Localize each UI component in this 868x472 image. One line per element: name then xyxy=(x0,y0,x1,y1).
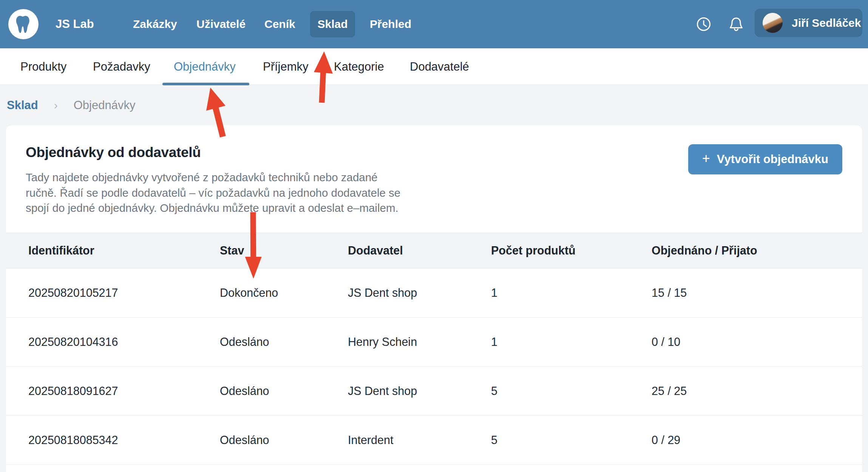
cell-supplier: Interdent xyxy=(348,433,491,447)
tab-kategorie[interactable]: Kategorie xyxy=(334,48,384,85)
tab-produkty[interactable]: Produkty xyxy=(20,48,66,85)
tab-dodavatele[interactable]: Dodavatelé xyxy=(410,48,469,85)
cell-status: Odesláno xyxy=(220,384,348,398)
table-row[interactable]: 20250818091627 Odesláno JS Dent shop 5 2… xyxy=(6,367,862,416)
cell-supplier: JS Dent shop xyxy=(348,384,491,398)
cell-product-count: 1 xyxy=(491,335,652,349)
cell-identifier: 20250820104316 xyxy=(28,335,220,349)
cell-status: Odesláno xyxy=(220,335,348,349)
column-header-objednano-prijato: Objednáno / Přijato xyxy=(652,244,862,257)
cell-ordered-received: 0 / 10 xyxy=(652,335,862,349)
cell-product-count: 1 xyxy=(491,286,652,299)
create-order-button[interactable]: + Vytvořit objednávku xyxy=(688,144,842,174)
topnav-item-prehled[interactable]: Přehled xyxy=(370,0,411,48)
app-logo[interactable] xyxy=(8,9,39,39)
cell-supplier: Henry Schein xyxy=(348,335,491,349)
topnav-item-zakazky[interactable]: Zakázky xyxy=(133,0,177,48)
topnav-item-uzivatele[interactable]: Uživatelé xyxy=(196,0,246,48)
top-navbar: JS Lab Zakázky Uživatelé Ceník Sklad Pře… xyxy=(0,0,868,48)
cell-identifier: 20250818091627 xyxy=(28,384,220,398)
breadcrumb-chevron-icon: › xyxy=(54,99,58,112)
breadcrumb-current: Objednávky xyxy=(74,99,136,112)
table-row[interactable]: 20250820105217 Dokončeno JS Dent shop 1 … xyxy=(6,268,862,318)
tab-objednavky-active[interactable]: Objednávky xyxy=(174,48,236,85)
plus-icon: + xyxy=(702,151,710,167)
user-name: Jiří Sedláček xyxy=(792,17,861,29)
clock-icon xyxy=(696,17,711,32)
table-header-row: Identifikátor Stav Dodavatel Počet produ… xyxy=(6,233,862,268)
cell-identifier: 20250818085342 xyxy=(28,433,220,447)
page-description: Tady najdete objednávky vytvořené z poža… xyxy=(26,170,842,216)
cell-ordered-received: 25 / 25 xyxy=(652,384,862,398)
tooth-icon xyxy=(12,13,34,35)
tab-pozadavky[interactable]: Požadavky xyxy=(93,48,150,85)
breadcrumb-link-sklad[interactable]: Sklad xyxy=(7,99,38,112)
avatar xyxy=(763,13,783,33)
topnav-item-sklad-active[interactable]: Sklad xyxy=(310,11,355,37)
user-menu[interactable]: Jiří Sedláček xyxy=(755,9,862,37)
column-header-identifikator: Identifikátor xyxy=(28,244,220,257)
brand-name[interactable]: JS Lab xyxy=(56,0,94,48)
breadcrumb: Sklad › Objednávky xyxy=(0,85,868,125)
cell-ordered-received: 15 / 15 xyxy=(652,286,862,299)
description-line: spojí do jedné objednávky. Objednávku mů… xyxy=(26,201,842,216)
cell-identifier: 20250820105217 xyxy=(28,286,220,299)
orders-card: Objednávky od dodavatelů Tady najdete ob… xyxy=(6,125,862,472)
active-tab-underline xyxy=(162,83,249,85)
notifications-button[interactable] xyxy=(728,0,744,48)
cell-ordered-received: 0 / 29 xyxy=(652,433,862,447)
tab-prijemky[interactable]: Příjemky xyxy=(263,48,309,85)
orders-table: Identifikátor Stav Dodavatel Počet produ… xyxy=(6,233,862,472)
cell-product-count: 5 xyxy=(491,384,652,398)
cell-status: Odesláno xyxy=(220,433,348,447)
create-order-button-label: Vytvořit objednávku xyxy=(717,153,828,166)
table-row-partial xyxy=(6,465,862,472)
cell-status: Dokončeno xyxy=(220,286,348,299)
sklad-subnav: Produkty Požadavky Objednávky Příjemky K… xyxy=(0,48,868,85)
column-header-pocet-produktu: Počet produktů xyxy=(491,244,652,257)
table-row[interactable]: 20250820104316 Odesláno Henry Schein 1 0… xyxy=(6,318,862,367)
topnav-item-cenik[interactable]: Ceník xyxy=(264,0,295,48)
history-clock-button[interactable] xyxy=(696,0,711,48)
cell-supplier: JS Dent shop xyxy=(348,286,491,299)
bell-icon xyxy=(728,16,744,32)
column-header-dodavatel: Dodavatel xyxy=(348,244,491,257)
table-row[interactable]: 20250818085342 Odesláno Interdent 5 0 / … xyxy=(6,416,862,465)
column-header-stav: Stav xyxy=(220,244,348,257)
description-line: ručně. Řadí se podle dodavatelů – víc po… xyxy=(26,185,842,201)
cell-product-count: 5 xyxy=(491,433,652,447)
